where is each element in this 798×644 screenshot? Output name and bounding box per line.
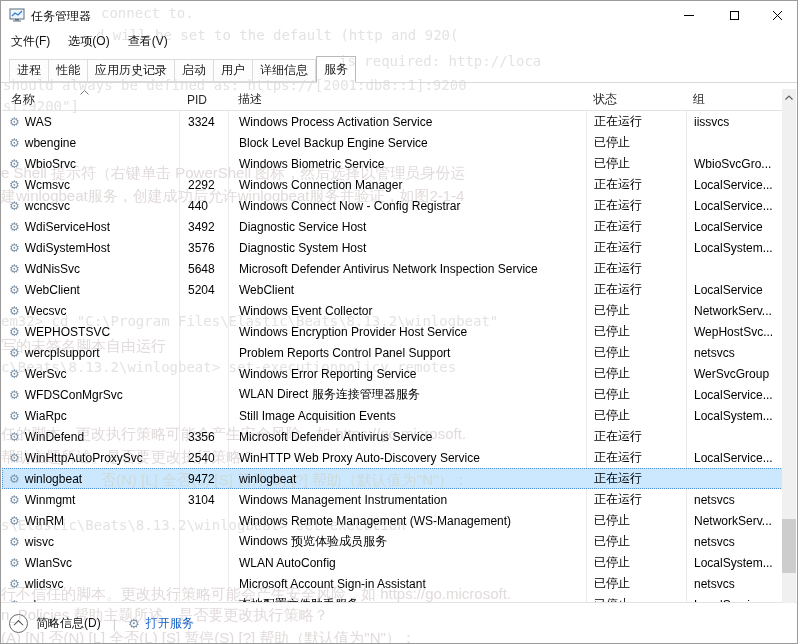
column-header-group[interactable]: 组 bbox=[686, 89, 785, 110]
service-row-Wcmsvc[interactable]: ⚙Wcmsvc2292Windows Connection Manager正在运… bbox=[2, 174, 785, 195]
gear-icon: ⚙ bbox=[9, 116, 20, 128]
chevron-up-icon bbox=[14, 620, 24, 630]
service-description: Windows Connect Now - Config Registrar bbox=[229, 199, 587, 213]
maximize-icon bbox=[730, 11, 739, 20]
gear-icon: ⚙ bbox=[9, 305, 20, 317]
service-group: netsvcs bbox=[687, 535, 785, 549]
service-row-WAS[interactable]: ⚙WAS3324Windows Process Activation Servi… bbox=[2, 111, 785, 132]
service-row-wlpasvc[interactable]: ⚙wlpasvc本地配置文件助手服务已停止LocalService... bbox=[2, 594, 785, 602]
service-row-wercplsupport[interactable]: ⚙wercplsupportProblem Reports Control Pa… bbox=[2, 342, 785, 363]
tab-应用历史记录[interactable]: 应用历史记录 bbox=[88, 59, 175, 82]
service-name: ⚙WiaRpc bbox=[3, 409, 180, 423]
service-row-WFDSConMgrSvc[interactable]: ⚙WFDSConMgrSvcWLAN Direct 服务连接管理器服务已停止Lo… bbox=[2, 384, 785, 405]
service-name: ⚙WbioSrvc bbox=[3, 157, 180, 171]
service-row-wisvc[interactable]: ⚙wisvcWindows 预览体验成员服务已停止netsvcs bbox=[2, 531, 785, 552]
open-services-link[interactable]: 打开服务 bbox=[146, 615, 194, 632]
service-name: ⚙wbengine bbox=[3, 136, 180, 150]
task-manager-window: 任务管理器 文件(F)选项(O)查看(V) 进程性能应用历史记录启动用户详细信息… bbox=[0, 0, 798, 644]
service-row-Winmgmt[interactable]: ⚙Winmgmt3104Windows Management Instrumen… bbox=[2, 489, 785, 510]
service-pid: 2292 bbox=[180, 178, 229, 192]
service-group: LocalService bbox=[687, 283, 785, 297]
service-row-WdNisSvc[interactable]: ⚙WdNisSvc5648Microsoft Defender Antiviru… bbox=[2, 258, 785, 279]
column-header-desc[interactable]: 描述 bbox=[228, 89, 586, 110]
service-status: 正在运行 bbox=[587, 197, 687, 214]
service-pid: 9472 bbox=[180, 472, 229, 486]
service-row-wcncsvc[interactable]: ⚙wcncsvc440Windows Connect Now - Config … bbox=[2, 195, 785, 216]
tab-服务[interactable]: 服务 bbox=[316, 56, 356, 83]
service-description: winlogbeat bbox=[229, 472, 587, 486]
column-header-name[interactable]: 名称 bbox=[2, 89, 179, 110]
column-header-status-label: 状态 bbox=[593, 91, 617, 108]
gear-icon: ⚙ bbox=[9, 326, 20, 338]
service-status: 正在运行 bbox=[587, 491, 687, 508]
service-row-wlidsvc[interactable]: ⚙wlidsvcMicrosoft Account Sign-in Assist… bbox=[2, 573, 785, 594]
service-description: Problem Reports Control Panel Support bbox=[229, 346, 587, 360]
tab-启动[interactable]: 启动 bbox=[175, 59, 214, 82]
gear-icon: ⚙ bbox=[9, 431, 20, 443]
minimize-icon bbox=[684, 15, 694, 16]
service-name: ⚙WerSvc bbox=[3, 367, 180, 381]
tab-进程[interactable]: 进程 bbox=[9, 59, 49, 82]
fewer-details-button[interactable] bbox=[9, 614, 28, 633]
service-row-winlogbeat[interactable]: ⚙winlogbeat9472winlogbeat正在运行 bbox=[2, 468, 785, 489]
service-status: 已停止 bbox=[587, 386, 687, 403]
service-group: NetworkServ... bbox=[687, 514, 785, 528]
service-pid: 3492 bbox=[180, 220, 229, 234]
service-row-WiaRpc[interactable]: ⚙WiaRpcStill Image Acquisition Events已停止… bbox=[2, 405, 785, 426]
service-row-WbioSrvc[interactable]: ⚙WbioSrvcWindows Biometric Service已停止Wbi… bbox=[2, 153, 785, 174]
service-group: LocalSystem... bbox=[687, 409, 785, 423]
service-row-Wecsvc[interactable]: ⚙WecsvcWindows Event Collector已停止Network… bbox=[2, 300, 785, 321]
service-status: 正在运行 bbox=[587, 239, 687, 256]
service-name: ⚙WEPHOSTSVC bbox=[3, 325, 180, 339]
service-row-WdiServiceHost[interactable]: ⚙WdiServiceHost3492Diagnostic Service Ho… bbox=[2, 216, 785, 237]
maximize-button[interactable] bbox=[712, 1, 756, 29]
service-row-WinHttpAutoProxySvc[interactable]: ⚙WinHttpAutoProxySvc2540WinHTTP Web Prox… bbox=[2, 447, 785, 468]
menu-item-1[interactable]: 选项(O) bbox=[68, 33, 109, 50]
service-name: ⚙WdiSystemHost bbox=[3, 241, 180, 255]
service-row-WdiSystemHost[interactable]: ⚙WdiSystemHost3576Diagnostic System Host… bbox=[2, 237, 785, 258]
column-header-group-label: 组 bbox=[693, 91, 705, 108]
chevron-up-icon bbox=[785, 95, 793, 100]
service-description: Still Image Acquisition Events bbox=[229, 409, 587, 423]
service-status: 已停止 bbox=[587, 575, 687, 592]
tab-用户[interactable]: 用户 bbox=[214, 59, 253, 82]
title-bar: 任务管理器 bbox=[1, 1, 797, 29]
column-header-name-label: 名称 bbox=[11, 91, 35, 108]
service-status: 已停止 bbox=[587, 554, 687, 571]
scroll-up-button[interactable] bbox=[782, 89, 796, 105]
service-row-wbengine[interactable]: ⚙wbengineBlock Level Backup Engine Servi… bbox=[2, 132, 785, 153]
service-name: ⚙WAS bbox=[3, 115, 180, 129]
service-row-WinDefend[interactable]: ⚙WinDefend3356Microsoft Defender Antivir… bbox=[2, 426, 785, 447]
service-row-WerSvc[interactable]: ⚙WerSvcWindows Error Reporting Service已停… bbox=[2, 363, 785, 384]
scrollbar-thumb[interactable] bbox=[782, 519, 796, 573]
menu-item-2[interactable]: 查看(V) bbox=[128, 33, 168, 50]
column-header-pid[interactable]: PID bbox=[179, 89, 228, 110]
service-description: Windows Event Collector bbox=[229, 304, 587, 318]
gear-icon: ⚙ bbox=[9, 179, 20, 191]
service-name: ⚙WinDefend bbox=[3, 430, 180, 444]
service-description: Windows Biometric Service bbox=[229, 157, 587, 171]
service-row-WinRM[interactable]: ⚙WinRMWindows Remote Management (WS-Mana… bbox=[2, 510, 785, 531]
service-name: ⚙wlidsvc bbox=[3, 577, 180, 591]
column-header-status[interactable]: 状态 bbox=[586, 89, 686, 110]
tab-详细信息[interactable]: 详细信息 bbox=[253, 59, 316, 82]
fewer-details-label[interactable]: 简略信息(D) bbox=[36, 615, 101, 632]
service-group: WerSvcGroup bbox=[687, 367, 785, 381]
tab-性能[interactable]: 性能 bbox=[49, 59, 88, 82]
column-header-desc-label: 描述 bbox=[238, 91, 262, 108]
service-status: 已停止 bbox=[587, 407, 687, 424]
menu-item-0[interactable]: 文件(F) bbox=[11, 33, 50, 50]
vertical-scrollbar[interactable] bbox=[782, 89, 796, 613]
minimize-button[interactable] bbox=[667, 1, 711, 29]
service-name: ⚙WebClient bbox=[3, 283, 180, 297]
gear-icon: ⚙ bbox=[9, 368, 20, 380]
service-pid: 3356 bbox=[180, 430, 229, 444]
service-row-WlanSvc[interactable]: ⚙WlanSvcWLAN AutoConfig已停止LocalSystem... bbox=[2, 552, 785, 573]
gear-icon: ⚙ bbox=[9, 473, 20, 485]
service-description: Windows Error Reporting Service bbox=[229, 367, 587, 381]
service-description: Windows 预览体验成员服务 bbox=[229, 533, 587, 550]
service-row-WebClient[interactable]: ⚙WebClient5204WebClient正在运行LocalService bbox=[2, 279, 785, 300]
service-row-WEPHOSTSVC[interactable]: ⚙WEPHOSTSVCWindows Encryption Provider H… bbox=[2, 321, 785, 342]
close-button[interactable] bbox=[756, 1, 798, 29]
service-name: ⚙winlogbeat bbox=[3, 472, 180, 486]
